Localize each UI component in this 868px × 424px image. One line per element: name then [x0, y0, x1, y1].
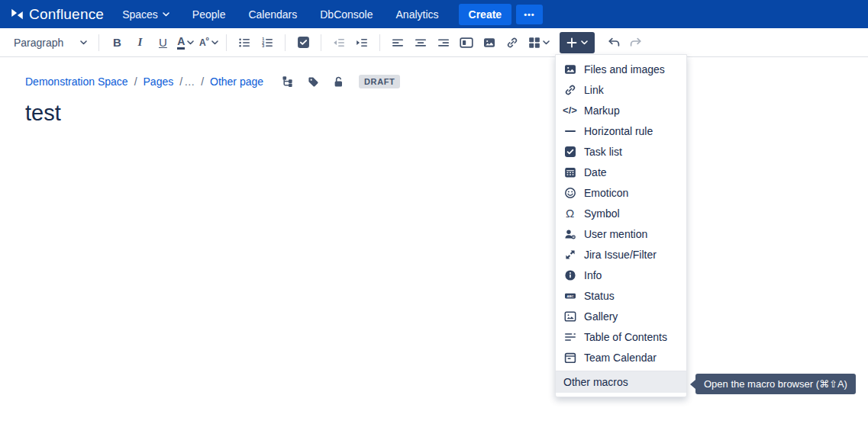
- menu-item-label: Horizontal rule: [584, 125, 653, 137]
- menu-item-table-of-contents[interactable]: Table of Contents: [556, 326, 686, 347]
- toolbar-separator: [321, 34, 321, 51]
- page-title[interactable]: test: [25, 101, 868, 126]
- chevron-down-icon: [543, 40, 550, 45]
- breadcrumb-pages-link[interactable]: Pages: [144, 75, 174, 88]
- menu-item-label: Status: [584, 290, 615, 302]
- undo-button[interactable]: [602, 32, 624, 53]
- insert-link-button[interactable]: [502, 32, 523, 53]
- bold-button[interactable]: B: [106, 32, 127, 53]
- nav-item-calendars[interactable]: Calendars: [248, 8, 297, 21]
- labels-tag-icon[interactable]: [306, 75, 320, 88]
- team-calendar-icon: [563, 352, 576, 364]
- align-center-button[interactable]: [410, 32, 431, 53]
- toolbar-separator: [379, 34, 380, 51]
- menu-item-label: Link: [584, 84, 604, 96]
- menu-item-link[interactable]: Link: [556, 79, 686, 100]
- emoticon-icon: [563, 187, 576, 199]
- gallery-icon: [563, 310, 576, 323]
- menu-item-label: Table of Contents: [584, 331, 667, 343]
- chevron-down-icon: [80, 40, 87, 45]
- menu-item-label: Emoticon: [584, 187, 628, 199]
- more-formatting-dropdown[interactable]: Ao: [198, 32, 219, 53]
- menu-item-label: Files and images: [584, 63, 665, 75]
- insert-more-content-dropdown[interactable]: [560, 32, 595, 53]
- nav-item-people[interactable]: People: [192, 8, 226, 21]
- breadcrumb-parent-page-link[interactable]: Other page: [210, 75, 263, 88]
- draft-status-badge: DRAFT: [359, 75, 400, 88]
- menu-item-label: Markup: [584, 104, 620, 117]
- app-navbar: Confluence Spaces People Calendars DbCon…: [0, 0, 868, 28]
- text-color-dropdown[interactable]: A: [175, 32, 196, 53]
- chevron-down-icon: [187, 40, 194, 45]
- macro-browser-tooltip: Open the macro browser (⌘⇧A): [695, 374, 856, 394]
- align-right-button[interactable]: [433, 32, 454, 53]
- menu-item-markup[interactable]: </> Markup: [556, 100, 686, 120]
- breadcrumb-collapsed-item[interactable]: …: [184, 75, 195, 88]
- brand-title: Confluence: [29, 6, 104, 23]
- more-formatting-icon: Ao: [199, 37, 209, 48]
- svg-text:3: 3: [263, 43, 265, 47]
- menu-item-user-mention[interactable]: User mention: [556, 223, 686, 244]
- menu-item-symbol[interactable]: Ω Symbol: [556, 203, 686, 223]
- paragraph-style-dropdown[interactable]: Paragraph: [9, 34, 92, 52]
- menu-item-team-calendar[interactable]: Team Calendar: [556, 347, 686, 368]
- insert-table-dropdown[interactable]: [524, 32, 553, 53]
- plus-icon: [566, 37, 577, 48]
- menu-item-gallery[interactable]: Gallery: [556, 306, 686, 326]
- user-mention-icon: [563, 228, 576, 240]
- task-list-button[interactable]: [292, 32, 314, 53]
- menu-item-label: Info: [584, 269, 602, 281]
- page-layout-button[interactable]: [456, 32, 477, 53]
- outdent-button[interactable]: [328, 32, 350, 53]
- redo-button[interactable]: [625, 32, 647, 53]
- italic-button[interactable]: I: [129, 32, 150, 53]
- underline-button[interactable]: U: [152, 32, 173, 53]
- menu-item-status[interactable]: ABC Status: [556, 285, 686, 306]
- menu-item-other-macros[interactable]: Other macros: [556, 371, 686, 393]
- indent-button[interactable]: [351, 32, 373, 53]
- chevron-down-icon: [163, 12, 169, 17]
- bullet-list-button[interactable]: [234, 32, 255, 53]
- menu-item-horizontal-rule[interactable]: Horizontal rule: [556, 120, 686, 141]
- align-left-button[interactable]: [387, 32, 408, 53]
- nav-item-spaces[interactable]: Spaces: [122, 8, 169, 21]
- menu-item-date[interactable]: Date: [556, 162, 686, 182]
- nav-item-dbconsole[interactable]: DbConsole: [320, 8, 373, 21]
- insert-menu-footer: Other macros: [556, 371, 686, 393]
- menu-item-info[interactable]: Info: [556, 265, 686, 285]
- create-button[interactable]: Create: [459, 4, 512, 25]
- menu-item-label: Team Calendar: [584, 352, 657, 364]
- task-list-icon: [563, 146, 576, 158]
- unlocked-icon[interactable]: [331, 75, 345, 88]
- menu-item-files-and-images[interactable]: Files and images: [556, 59, 686, 79]
- editor-toolbar: Paragraph B I U A Ao 123: [0, 28, 868, 57]
- breadcrumb-separator: /: [179, 75, 182, 88]
- toc-icon: [563, 331, 576, 343]
- menu-item-label: Jira Issue/Filter: [584, 249, 657, 261]
- info-icon: [563, 269, 576, 281]
- breadcrumb-separator: /: [134, 75, 137, 88]
- menu-item-label: Symbol: [584, 207, 620, 220]
- menu-item-label: Task list: [584, 146, 622, 158]
- navbar-more-button[interactable]: •••: [516, 5, 543, 24]
- insert-image-button[interactable]: [479, 32, 500, 53]
- page-meta-icons: [281, 75, 345, 88]
- toolbar-separator: [98, 34, 99, 51]
- nav-item-analytics[interactable]: Analytics: [396, 8, 439, 21]
- menu-item-task-list[interactable]: Task list: [556, 141, 686, 162]
- menu-item-label: Gallery: [584, 310, 618, 323]
- navbar-actions: Create •••: [459, 4, 543, 25]
- menu-item-emoticon[interactable]: Emoticon: [556, 182, 686, 203]
- symbol-icon: Ω: [563, 207, 576, 220]
- page-tree-location-icon[interactable]: [281, 75, 295, 88]
- confluence-home-link[interactable]: Confluence: [11, 6, 104, 23]
- date-icon: [563, 166, 576, 178]
- svg-text:ABC: ABC: [566, 294, 573, 297]
- tooltip-arrow: [690, 380, 695, 389]
- menu-item-label: User mention: [584, 228, 647, 240]
- numbered-list-button[interactable]: 123: [257, 32, 278, 53]
- breadcrumb-separator: /: [201, 75, 204, 88]
- menu-item-jira-issue-filter[interactable]: Jira Issue/Filter: [556, 244, 686, 265]
- breadcrumb-space-link[interactable]: Demonstration Space: [25, 75, 128, 88]
- menu-item-label: Date: [584, 166, 607, 178]
